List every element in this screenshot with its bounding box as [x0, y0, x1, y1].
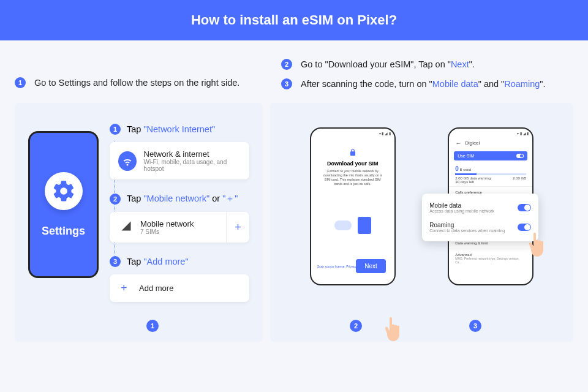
- plus-add-icon: +: [121, 282, 130, 295]
- plus-icon[interactable]: +: [226, 212, 249, 243]
- mobile-data-popup: Mobile data Access data using mobile net…: [422, 194, 538, 241]
- substep-2-badge: 2: [110, 194, 121, 205]
- signal-icon: [121, 221, 132, 234]
- sim-card-icon: [358, 217, 371, 234]
- phone-download-sim: ▾ ▮ ◢ ▮ Download your SIM Connect to you…: [310, 127, 396, 285]
- mobile-data-toggle-row[interactable]: Mobile data Access data using mobile net…: [429, 200, 531, 216]
- mobile-network-card[interactable]: Mobile network 7 SIMs +: [110, 212, 249, 243]
- wifi-icon: [118, 151, 137, 171]
- roaming-toggle-row[interactable]: Roaming Connect to data services when ro…: [429, 219, 531, 235]
- panel-3-badge: 3: [469, 320, 481, 332]
- substep-2: 2 Tap "Mobile network" or "＋" Mobile net…: [110, 193, 249, 243]
- toggle-on-icon[interactable]: [518, 204, 531, 211]
- download-title: Download your SIM: [318, 160, 387, 167]
- lock-icon: [349, 148, 357, 157]
- right-panel: ▾ ▮ ◢ ▮ Download your SIM Connect to you…: [270, 103, 573, 342]
- status-bar: ▾ ▮ ◢ ▮: [311, 129, 394, 137]
- step-2-badge: 2: [281, 59, 292, 70]
- network-internet-card[interactable]: Network & internet Wi-Fi, mobile, data u…: [110, 142, 249, 179]
- download-sub: Connect to your mobile network by downlo…: [318, 169, 387, 187]
- panels-row: Settings 1 Tap "Network Internet" Networ…: [0, 98, 588, 342]
- instruction-3: After scanning the code, turn on "Mobile…: [301, 79, 545, 89]
- data-usage-block: 0 B used 2.00 GB data warning 2.00 GB 30…: [449, 163, 532, 187]
- header-title: How to install an eSIM on Pixel?: [191, 12, 397, 28]
- instructions-row: 1 Go to Settings and follow the steps on…: [0, 40, 588, 98]
- page-header: How to install an eSIM on Pixel?: [0, 0, 588, 40]
- gear-icon: [45, 172, 83, 210]
- instruction-2: Go to "Download your eSIM", Tap on "Next…: [301, 59, 475, 69]
- hand-pointer-icon: [381, 314, 405, 342]
- hand-pointer-icon: [525, 229, 549, 257]
- carrier-topbar: ← Digicel: [449, 137, 532, 149]
- panel-2-badge: 2: [350, 320, 362, 332]
- settings-label: Settings: [42, 225, 85, 238]
- left-panel: Settings 1 Tap "Network Internet" Networ…: [15, 103, 263, 342]
- next-button[interactable]: Next: [356, 259, 386, 273]
- panel-1-badge: 1: [146, 320, 159, 332]
- use-sim-toggle[interactable]: Use SIM: [454, 151, 527, 160]
- sim-illustration: [318, 211, 387, 239]
- substep-3-badge: 3: [110, 256, 121, 267]
- substep-1: 1 Tap "Network Internet" Network & inter…: [110, 124, 249, 179]
- cloud-icon: [334, 221, 352, 230]
- status-bar: ▾ ▮ ◢ ▮: [449, 129, 532, 137]
- add-more-card[interactable]: + Add more: [110, 274, 249, 302]
- phone-settings: Settings: [28, 131, 99, 278]
- step-3-badge: 3: [281, 78, 292, 89]
- toggle-on-icon: [516, 154, 524, 158]
- step-1-badge: 1: [15, 77, 26, 88]
- advanced-row[interactable]: Advanced MMS, Preferred network type, Se…: [449, 249, 532, 268]
- substep-1-badge: 1: [110, 124, 121, 135]
- instruction-1: Go to Settings and follow the steps on t…: [34, 78, 239, 88]
- substep-3: 3 Tap "Add more" + Add more: [110, 256, 249, 302]
- back-arrow-icon[interactable]: ←: [455, 140, 461, 146]
- scan-source-link[interactable]: Scan source license, Privacy poli: [317, 265, 362, 268]
